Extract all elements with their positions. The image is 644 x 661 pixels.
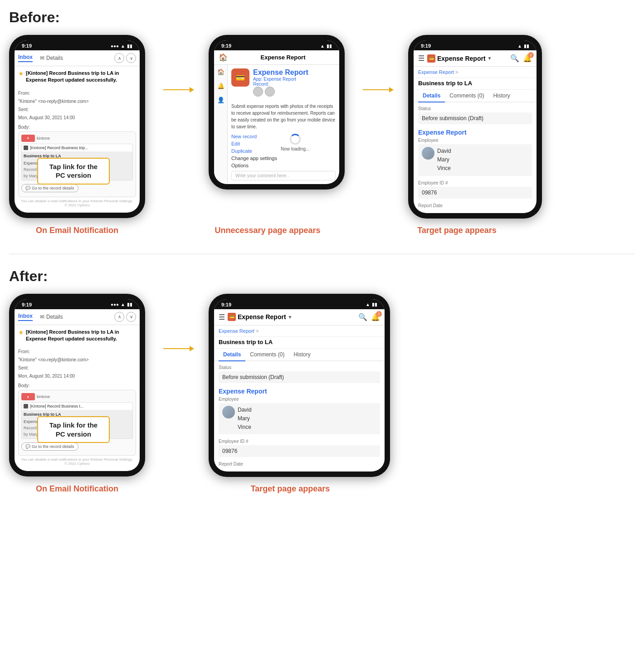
after-tab-comments[interactable]: Comments (0) xyxy=(245,349,289,360)
before-caption-record: Target page appears xyxy=(390,226,524,235)
details-tab[interactable]: ✉ Details xyxy=(40,55,63,61)
app-nav-title: Expense Report xyxy=(231,54,335,61)
after-email-meta: From: "Kintone" <no-reply@kintone.com> S… xyxy=(18,348,136,380)
hamburger-icon[interactable]: ☰ xyxy=(418,54,424,63)
sidebar-bell-icon[interactable]: 🔔 xyxy=(217,83,224,89)
after-email-phone: 9:19 ●●● ▲ ▮▮ Inbox ✉ Details ∧ ∨ xyxy=(9,294,145,477)
record-top-bar: ☰ 💳 Expense Report ▼ 🔍 🔔 2 xyxy=(414,50,537,67)
after-record-app-icon: 💳 xyxy=(228,313,236,321)
after-signal: ●●● xyxy=(111,302,119,307)
after-record-phone: 9:19 ▲ ▮▮ ☰ 💳 Expense Report ▼ 🔍 xyxy=(209,294,390,477)
after-grid-icon xyxy=(24,404,28,408)
record-top-icons: 🔍 🔔 2 xyxy=(510,54,532,63)
after-tab-details[interactable]: Details xyxy=(219,349,245,361)
down-nav[interactable]: ∨ xyxy=(126,53,136,63)
sidebar-home-icon[interactable]: 🏠 xyxy=(217,68,224,75)
loading-spinner: Now loading... xyxy=(281,134,309,151)
spacer-2 xyxy=(354,226,372,235)
employee-label: Employee xyxy=(418,138,532,143)
expense-heading: Expense Report xyxy=(418,129,532,136)
go-to-record-btn[interactable]: 💬 Go to the record details xyxy=(21,184,78,192)
email-meta: From: "Kintone" <no-reply@kintone.com> S… xyxy=(18,89,136,122)
after-email-footer: You can disable e-mail notifications in … xyxy=(18,456,136,467)
after-record-screen: 9:19 ▲ ▮▮ ☰ 💳 Expense Report ▼ 🔍 xyxy=(214,299,385,472)
after-employee-id-value: 09876 xyxy=(219,445,380,457)
after-go-to-record-btn[interactable]: 💬 Go to the record details xyxy=(21,442,78,451)
after-inbox-tab[interactable]: Inbox xyxy=(18,313,33,321)
sidebar-person-icon[interactable]: 👤 xyxy=(217,97,224,103)
after-record-status-time: 9:19 xyxy=(221,302,231,307)
after-body-label: Body: xyxy=(18,383,136,388)
before-record-screen: 9:19 ▲ ▮▮ ☰ 💳 Expense Report ▼ 🔍 xyxy=(414,40,537,213)
email-subject: [Kintone] Record Business trip to LA in … xyxy=(26,70,136,84)
after-star-icon: ★ xyxy=(18,329,24,336)
spinner xyxy=(290,134,301,145)
tab-history[interactable]: History xyxy=(488,90,514,102)
edit-link[interactable]: Edit xyxy=(231,141,277,146)
comment-input[interactable]: Write your comment here... xyxy=(231,171,336,180)
arrow-line-2 xyxy=(363,89,390,90)
change-app-link[interactable]: Change app settings xyxy=(231,156,277,161)
app-card-title: Expense Report xyxy=(253,68,308,77)
after-phones-row: 9:19 ●●● ▲ ▮▮ Inbox ✉ Details ∧ ∨ xyxy=(9,294,635,477)
home-icon[interactable]: 🏠 xyxy=(219,53,228,62)
after-record-tabs: Details Comments (0) History xyxy=(214,349,385,361)
record-status-time: 9:19 xyxy=(421,43,431,49)
app-sidebar: 🏠 🔔 👤 xyxy=(214,65,228,184)
record-circles xyxy=(253,87,308,97)
after-employee-names: DavidMaryVince xyxy=(238,406,252,432)
after-arrow-line xyxy=(163,348,190,349)
after-breadcrumb-app[interactable]: Expense Report xyxy=(219,328,254,334)
message-icon: 💬 xyxy=(25,186,30,190)
duplicate-link[interactable]: Duplicate xyxy=(231,148,277,154)
after-tab-history[interactable]: History xyxy=(289,349,315,360)
after-down-nav[interactable]: ∨ xyxy=(126,312,136,322)
after-email-body-area: ★ [Kintone] Record Business trip to LA i… xyxy=(15,325,140,471)
after-up-nav[interactable]: ∧ xyxy=(114,312,124,322)
report-date-label: Report Date xyxy=(418,203,532,208)
after-battery: ▮▮ xyxy=(127,302,132,307)
after-caret-icon: ▼ xyxy=(288,315,293,320)
after-email-subject: [Kintone] Record Business trip to LA in … xyxy=(26,329,136,343)
status-icons: ●●● ▲ ▮▮ xyxy=(111,44,132,49)
before-caption-app: Unnecessary page appears xyxy=(200,226,336,235)
battery-icon: ▮▮ xyxy=(127,44,132,49)
caret-icon: ▼ xyxy=(488,56,492,61)
search-icon[interactable]: 🔍 xyxy=(510,54,519,63)
tab-details[interactable]: Details xyxy=(418,90,445,102)
after-employee-avatar xyxy=(222,406,235,418)
after-kintone-logo-row: k kintone xyxy=(21,393,133,400)
breadcrumb-app[interactable]: Expense Report xyxy=(418,69,454,75)
after-search-icon[interactable]: 🔍 xyxy=(358,313,367,321)
nav-icons: ∧ ∨ xyxy=(114,53,136,63)
status-label: Status xyxy=(418,106,532,111)
options-link[interactable]: Options xyxy=(231,163,277,168)
trip-by: by Mary xyxy=(24,174,38,178)
record-breadcrumb: Expense Report > xyxy=(414,67,537,78)
new-record-link[interactable]: New record xyxy=(231,134,277,139)
after-hamburger-icon[interactable]: ☰ xyxy=(219,313,225,321)
app-main-layout: 🏠 🔔 👤 💳 Expense Report App: Expense Repo… xyxy=(214,65,339,184)
app-content: 💳 Expense Report App: Expense Report Rec… xyxy=(228,65,339,184)
after-spacer-1 xyxy=(163,484,181,494)
signal-icon: ●●● xyxy=(111,44,119,49)
email-tab-bar: Inbox ✉ Details ∧ ∨ xyxy=(15,50,140,66)
up-nav[interactable]: ∧ xyxy=(114,53,124,63)
record-title: Business trip to LA xyxy=(414,78,537,90)
record-app-name: 💳 Expense Report ▼ xyxy=(427,54,492,63)
before-app-phone: 9:19 ▲ ▮▮ 🏠 Expense Report 🏠 🔔 👤 xyxy=(209,35,345,190)
after-details-tab[interactable]: ✉ Details xyxy=(40,314,63,320)
after-kintone-tagline: kintone xyxy=(37,394,50,399)
after-status-value: Before submission (Draft) xyxy=(219,371,380,383)
kintone-logo: k xyxy=(21,135,35,142)
app-actions-left: New record Edit Duplicate Change app set… xyxy=(231,134,277,168)
after-captions: On Email Notification Target page appear… xyxy=(9,484,635,494)
after-record-status-icons: ▲ ▮▮ xyxy=(366,302,377,307)
tab-comments[interactable]: Comments (0) xyxy=(445,90,488,102)
spacer-1 xyxy=(163,226,181,235)
app-icon: 💳 xyxy=(231,68,249,87)
before-record-phone: 9:19 ▲ ▮▮ ☰ 💳 Expense Report ▼ 🔍 xyxy=(408,35,542,219)
app-top-nav: 🏠 Expense Report xyxy=(214,50,339,65)
after-report-date-label: Report Date xyxy=(219,462,380,467)
inbox-tab[interactable]: Inbox xyxy=(18,54,33,62)
